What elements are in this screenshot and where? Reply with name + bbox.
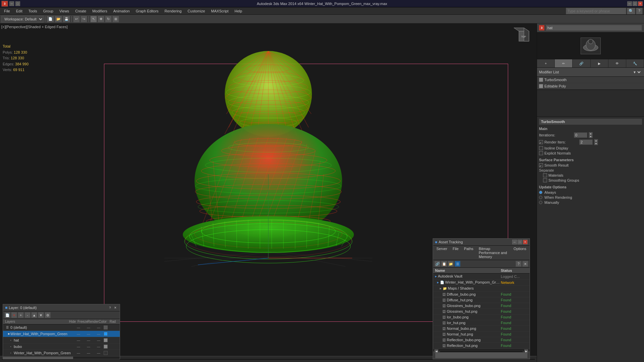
asset-row-glossines-bubo[interactable]: 🖼 Glossines_bubo.png Found <box>433 303 530 309</box>
iterations-input[interactable] <box>574 132 587 138</box>
undo-btn[interactable]: ↩ <box>73 16 80 22</box>
menu-tools[interactable]: Tools <box>26 8 40 14</box>
layer-new-btn[interactable]: 📄 <box>4 312 10 318</box>
materials-checkbox[interactable] <box>543 173 547 177</box>
layers-scroll-thumb[interactable] <box>3 357 73 359</box>
layer-row-hat-mesh[interactable]: ◦ Winter_Hat_With_Pompom_Green — — — <box>3 350 120 356</box>
layers-help-btn[interactable]: ? <box>108 305 112 310</box>
open-btn[interactable]: 📂 <box>55 16 62 22</box>
menu-graph-editors[interactable]: Graph Editors <box>133 8 161 14</box>
menu-rendering[interactable]: Rendering <box>162 8 184 14</box>
maximize-btn[interactable]: □ <box>15 1 20 6</box>
turbosmooth-checkbox[interactable] <box>539 78 543 82</box>
select-btn[interactable]: ↖ <box>90 16 97 22</box>
menu-help[interactable]: Help <box>232 8 245 14</box>
manually-radio[interactable] <box>539 201 542 204</box>
scale-btn[interactable]: ⊞ <box>112 16 119 22</box>
render-iters-input[interactable] <box>579 139 593 145</box>
when-rendering-radio[interactable] <box>539 196 542 199</box>
asset-btn-3[interactable]: 📁 <box>448 261 454 267</box>
asset-row-glossines-hut[interactable]: 🖼 Glossines_hut.png Found <box>433 309 530 314</box>
render-iters-checkbox[interactable] <box>539 140 543 144</box>
rotate-btn[interactable]: ↻ <box>105 16 112 22</box>
isoline-checkbox[interactable] <box>539 146 543 150</box>
asset-row-reflection-bubo[interactable]: 🖼 Reflection_bubo.png Found <box>433 337 530 343</box>
asset-row-vault[interactable]: ▸ Autodesk Vault Logged C... <box>433 274 530 280</box>
redo-btn[interactable]: ↪ <box>80 16 87 22</box>
menu-file[interactable]: File <box>1 8 13 14</box>
asset-minimize-btn[interactable]: ─ <box>512 240 517 244</box>
asset-menu-file[interactable]: File <box>450 246 461 259</box>
win-maximize-btn[interactable]: □ <box>633 1 637 6</box>
menu-create[interactable]: Create <box>72 8 89 14</box>
help-btn[interactable]: ? <box>636 8 643 14</box>
layer-row-bubo[interactable]: ◦ bubo — — — <box>3 344 120 350</box>
tab-utilities[interactable]: 🔧 <box>626 59 644 67</box>
menu-customize[interactable]: Customize <box>185 8 208 14</box>
tab-modify[interactable]: ✏ <box>555 59 573 67</box>
search-btn[interactable]: 🔍 <box>627 8 635 14</box>
menu-modifiers[interactable]: Modifiers <box>90 8 110 14</box>
layer-remove-btn[interactable]: - <box>24 312 31 318</box>
explicit-normals-checkbox[interactable] <box>539 151 543 155</box>
win-close-btn[interactable]: ✕ <box>638 1 643 6</box>
smoothing-groups-checkbox[interactable] <box>543 178 547 182</box>
menu-edit[interactable]: Edit <box>13 8 25 14</box>
menu-views[interactable]: Views <box>57 8 72 14</box>
layer-settings-btn[interactable]: ⚙ <box>45 312 51 318</box>
asset-btn-1[interactable]: 🔗 <box>434 261 440 267</box>
asset-help-btn[interactable]: ? <box>516 261 522 267</box>
layer-delete-btn[interactable]: ✕ <box>11 312 17 318</box>
asset-row-maps-folder[interactable]: ▸ 📁 Maps / Shaders <box>433 286 530 292</box>
move-btn[interactable]: ✥ <box>98 16 104 22</box>
layer-row-default[interactable]: ☰ 0 (default) — — — <box>3 324 120 331</box>
tab-motion[interactable]: ▶ <box>591 59 608 67</box>
layer-down-btn[interactable]: ▼ <box>38 312 44 318</box>
asset-row-diffuse-bubo[interactable]: 🖼 Diffuse_bubo.png Found <box>433 292 530 297</box>
asset-menu-options[interactable]: Options <box>512 246 528 259</box>
save-btn[interactable]: 💾 <box>63 16 70 22</box>
minimize-btn[interactable]: ─ <box>9 1 14 6</box>
asset-row-ior-bubo[interactable]: 🖼 Ior_bubo.png Found <box>433 314 530 320</box>
asset-row-normal-hut[interactable]: 🖼 Normal_hut.png Found <box>433 331 530 337</box>
asset-close-toolbar-btn[interactable]: ✕ <box>522 261 528 267</box>
asset-btn-2[interactable]: 📋 <box>441 261 447 267</box>
asset-maximize-btn[interactable]: □ <box>518 240 522 244</box>
asset-row-diffuse-hut[interactable]: 🖼 Diffuse_hut.png Found <box>433 297 530 303</box>
always-radio[interactable] <box>539 191 542 194</box>
smooth-result-checkbox[interactable] <box>539 163 543 167</box>
modifier-list-dropdown[interactable]: ▼ <box>631 69 642 75</box>
asset-btn-4[interactable]: ☰ <box>454 261 461 267</box>
asset-row-reflection-hut[interactable]: 🖼 Reflection_hut.png Found <box>433 343 530 349</box>
asset-menu-paths[interactable]: Paths <box>462 246 475 259</box>
layers-scrollbar[interactable] <box>3 356 120 359</box>
asset-menu-server[interactable]: Server <box>434 246 449 259</box>
workspace-selector[interactable]: Workspace: Default <box>1 16 44 22</box>
asset-close-btn[interactable]: ✕ <box>523 240 528 244</box>
tab-create[interactable]: + <box>537 59 555 67</box>
render-iters-spinner[interactable]: ▲ ▼ <box>594 139 598 145</box>
tab-display[interactable]: 👁 <box>608 59 626 67</box>
iterations-spinner[interactable]: ▲ ▼ <box>589 132 593 138</box>
asset-row-ior-hut[interactable]: 🖼 Ior_hut.png Found <box>433 320 530 326</box>
modifier-search-input[interactable]: hat <box>546 25 642 31</box>
tab-hierarchy[interactable]: 🔗 <box>573 59 590 67</box>
win-minimize-btn[interactable]: ─ <box>627 1 632 6</box>
layer-row-hat[interactable]: ◦ hat — — — <box>3 337 120 344</box>
menu-animation[interactable]: Animation <box>111 8 132 14</box>
layer-row-hat-group[interactable]: ■ Winter_Hat_With_Pompom_Green — — — <box>3 331 120 337</box>
menu-maxscript[interactable]: MAXScript <box>208 8 231 14</box>
asset-menu-bitmap[interactable]: Bitmap Performance and Memory <box>477 246 510 259</box>
layers-close-btn[interactable]: ✕ <box>113 305 118 310</box>
new-btn[interactable]: 📄 <box>47 16 54 22</box>
asset-row-normal-bubo[interactable]: 🖼 Normal_bubo.png Found <box>433 326 530 331</box>
asset-scrollbar[interactable]: ◀ ▶ <box>433 349 530 351</box>
layer-up-btn[interactable]: ▲ <box>31 312 37 318</box>
search-input[interactable] <box>566 8 626 14</box>
asset-row-main-file[interactable]: ▸ 📄 Winter_Hat_With_Pompom_Green_max_vr.… <box>433 280 530 286</box>
layer-add-btn[interactable]: + <box>18 312 24 318</box>
modifier-turbosmooth[interactable]: TurboSmooth <box>537 77 644 83</box>
editable-poly-checkbox[interactable] <box>539 84 543 88</box>
asset-path-input[interactable] <box>435 352 528 358</box>
menu-group[interactable]: Group <box>40 8 56 14</box>
